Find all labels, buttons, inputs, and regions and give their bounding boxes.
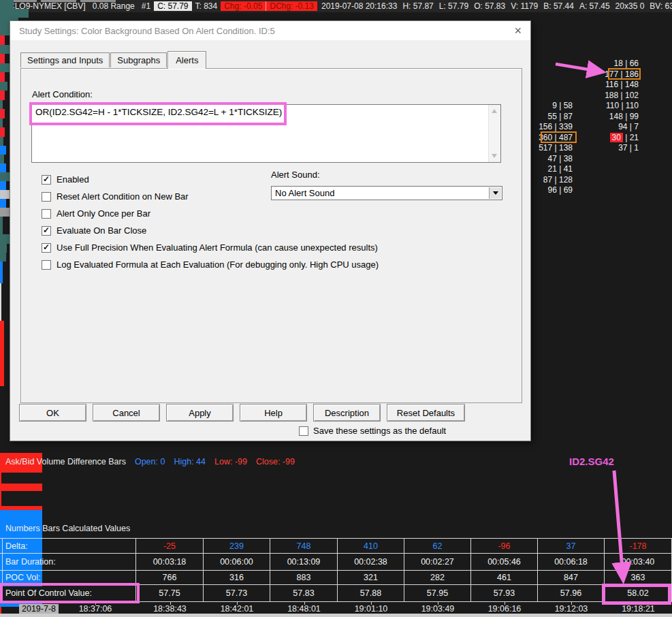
- alert-condition-label: Alert Condition:: [32, 89, 93, 99]
- blue-strip: [0, 163, 6, 172]
- tab-subgraphs[interactable]: Subgraphs: [110, 52, 167, 67]
- alert-sound-select[interactable]: No Alert Sound: [271, 186, 502, 200]
- scroll-down-icon[interactable]: [492, 154, 497, 158]
- red-highlight: 30: [610, 133, 623, 142]
- dialog-title-bar[interactable]: Study Settings: Color Background Based O…: [10, 21, 530, 40]
- table-row: Bar Duration:00:03:1800:06:0000:13:0900:…: [0, 553, 672, 570]
- red-strip: [0, 127, 5, 137]
- orange-highlight-box: [608, 68, 641, 80]
- volume-bar: [0, 225, 3, 234]
- checkbox[interactable]: ✓: [42, 175, 51, 185]
- bid-ask-volume: 87 | 128: [543, 175, 573, 185]
- checkbox-label: Enabled: [57, 174, 89, 185]
- checkbox[interactable]: [42, 260, 51, 270]
- row-label: POC Vol:: [2, 571, 136, 584]
- textarea-scrollbar[interactable]: [488, 105, 500, 162]
- chart-bar: [0, 484, 42, 491]
- calculated-values-table: Delta:-2523974841062-9637-178Bar Duratio…: [0, 538, 672, 602]
- table-cell: 62: [404, 539, 471, 553]
- checkbox-label: Log Evaluated Formula at Each Evaluation…: [57, 259, 379, 270]
- alert-condition-textarea[interactable]: OR(ID2.SG42=H - 1*TICKSIZE, ID2.SG42=L +…: [31, 104, 501, 163]
- alert-condition-text: OR(ID2.SG42=H - 1*TICKSIZE, ID2.SG42=L +…: [35, 107, 282, 117]
- blue-strip: [0, 146, 6, 155]
- checkbox[interactable]: ✓: [42, 226, 51, 236]
- alert-background-cell: [0, 353, 4, 362]
- reset-defaults-button[interactable]: Reset Defaults: [387, 404, 465, 422]
- table-cell: 766: [136, 571, 204, 584]
- alert-background-cell: [0, 337, 4, 345]
- bid-ask-volume: 94 | 7: [618, 122, 639, 131]
- checkbox-row[interactable]: Alert Only Once per Bar: [42, 205, 511, 222]
- table-cell: 282: [404, 571, 471, 584]
- table-cell: 57.95: [404, 585, 471, 601]
- volume-bar: [0, 9, 29, 18]
- table-cell: 58.02: [605, 585, 672, 601]
- table-cell: 57.93: [471, 585, 538, 601]
- description-button[interactable]: Description: [313, 404, 381, 422]
- red-strip: [0, 54, 5, 63]
- time-label: 19:06:16: [488, 604, 522, 614]
- bid-ask-volume: 156 | 339: [539, 122, 573, 131]
- alert-background-cell: [0, 362, 4, 370]
- table-cell: 57.83: [270, 585, 338, 601]
- tab-settings-and-inputs[interactable]: Settings and Inputs: [20, 52, 110, 67]
- alert-background-cell: [0, 321, 4, 329]
- chart-header: Ask/Bid Volume Difference Bars Open: 0 H…: [5, 457, 295, 466]
- save-default-checkbox-row[interactable]: Save these settings as the default: [299, 426, 446, 436]
- tab-alerts[interactable]: Alerts: [167, 51, 206, 69]
- bid-ask-volume: 21 | 41: [548, 164, 573, 174]
- help-button[interactable]: Help: [240, 404, 307, 422]
- annotation-id2-sg42: ID2.SG42: [569, 456, 614, 467]
- bid-ask-volume: 96 | 69: [548, 185, 573, 195]
- chart-bar: [0, 510, 42, 522]
- bid-ask-volume: 47 | 38: [548, 154, 573, 163]
- checkbox[interactable]: ✓: [42, 243, 51, 253]
- bid-ask-volume: 116 | 148: [605, 80, 639, 89]
- red-strip: [0, 109, 5, 118]
- volume-bar: [0, 82, 7, 91]
- cancel-button[interactable]: Cancel: [93, 404, 160, 422]
- date-chip: 2019-7-8: [19, 604, 59, 614]
- orange-highlight-box: [541, 131, 577, 143]
- close-icon[interactable]: ×: [514, 25, 522, 37]
- table-cell: 00:02:38: [338, 554, 404, 570]
- table-row: POC Vol:766316883321282461847363: [0, 570, 672, 584]
- table-cell: 57.75: [136, 585, 204, 601]
- bid-ask-volume: 517 | 138: [539, 143, 573, 153]
- row-label: Delta:: [2, 539, 136, 553]
- bar-wick: [0, 491, 1, 506]
- time-label: 19:12:03: [555, 604, 588, 614]
- volume-bar: [0, 253, 6, 262]
- volume-bar: [0, 100, 3, 109]
- checkbox[interactable]: [299, 426, 308, 436]
- table-cell: 883: [270, 571, 338, 584]
- checkbox-row[interactable]: ✓Use Full Precision When Evaluating Aler…: [42, 239, 511, 256]
- alert-sound-value: No Alert Sound: [275, 188, 334, 198]
- blue-edge-strip: [0, 262, 3, 272]
- bid-ask-volume: 110 | 110: [606, 101, 639, 110]
- high-value: High: 44: [174, 457, 206, 466]
- checkbox[interactable]: [42, 192, 51, 202]
- table-cell: -96: [471, 539, 538, 553]
- bottom-scrollbar[interactable]: [0, 614, 672, 617]
- table-cell: 748: [270, 539, 338, 553]
- checkbox[interactable]: [42, 209, 51, 219]
- table-cell: 363: [605, 571, 672, 584]
- open-value: Open: 0: [135, 457, 165, 466]
- bid-ask-volume: 148 | 99: [609, 112, 639, 121]
- table-row: Delta:-2523974841062-9637-178: [0, 538, 672, 553]
- save-default-label: Save these settings as the default: [313, 426, 446, 436]
- table-cell: 00:06:00: [204, 554, 270, 570]
- dialog-title: Study Settings: Color Background Based O…: [19, 26, 275, 36]
- table-row: Point Of Control Value:57.7557.7357.8357…: [0, 584, 672, 602]
- study-settings-dialog: Study Settings: Color Background Based O…: [10, 20, 531, 441]
- scroll-up-icon[interactable]: [492, 109, 497, 113]
- ok-button[interactable]: OK: [19, 404, 86, 422]
- table-cell: 57.73: [204, 585, 270, 601]
- checkbox-row[interactable]: ✓Evaluate On Bar Close: [42, 222, 511, 239]
- checkbox-row[interactable]: Log Evaluated Formula at Each Evaluation…: [42, 256, 511, 273]
- checkbox-label: Use Full Precision When Evaluating Alert…: [57, 242, 378, 253]
- trading-app-window: CLQ9-NYMEX [CBV] 0.08 Range #1 C: 57.79 …: [0, 0, 672, 617]
- apply-button[interactable]: Apply: [166, 404, 234, 422]
- dropdown-arrow-icon[interactable]: [489, 187, 501, 199]
